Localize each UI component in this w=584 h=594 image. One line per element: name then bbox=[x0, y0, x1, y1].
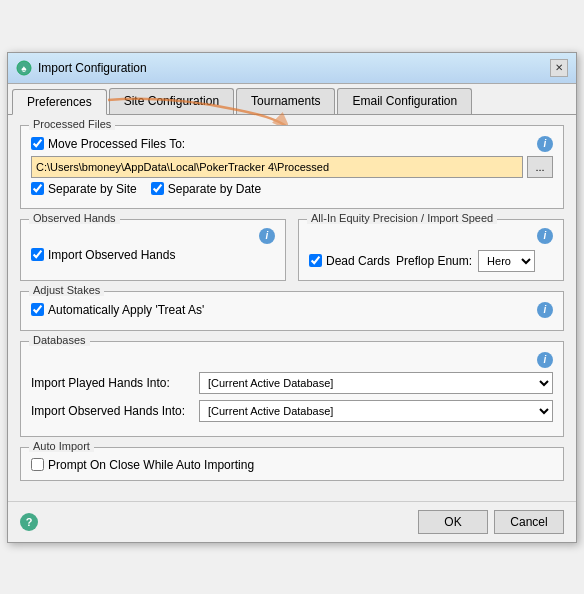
adjust-stakes-group: Adjust Stakes Automatically Apply 'Treat… bbox=[20, 291, 564, 331]
dialog: ♠ Import Configuration ✕ Preferences Sit… bbox=[7, 52, 577, 543]
two-col-section: Observed Hands i Import Observed Hands A… bbox=[20, 219, 564, 281]
path-row: ... bbox=[31, 156, 553, 178]
tab-tournaments[interactable]: Tournaments bbox=[236, 88, 335, 114]
auto-import-content: Prompt On Close While Auto Importing bbox=[31, 458, 553, 472]
auto-import-title: Auto Import bbox=[29, 440, 94, 452]
observed-hands-db-label: Import Observed Hands Into: bbox=[31, 404, 191, 418]
tab-preferences[interactable]: Preferences bbox=[12, 89, 107, 115]
cancel-button[interactable]: Cancel bbox=[494, 510, 564, 534]
import-observed-label[interactable]: Import Observed Hands bbox=[31, 248, 275, 262]
app-icon: ♠ bbox=[16, 60, 32, 76]
dialog-title: Import Configuration bbox=[38, 61, 147, 75]
played-hands-row: Import Played Hands Into: [Current Activ… bbox=[31, 372, 553, 394]
observed-hands-title: Observed Hands bbox=[29, 212, 120, 224]
observed-hands-group: Observed Hands i Import Observed Hands bbox=[20, 219, 286, 281]
ok-button[interactable]: OK bbox=[418, 510, 488, 534]
databases-title: Databases bbox=[29, 334, 90, 346]
close-button[interactable]: ✕ bbox=[550, 59, 568, 77]
adjust-stakes-content: Automatically Apply 'Treat As' i bbox=[31, 302, 553, 318]
browse-button[interactable]: ... bbox=[527, 156, 553, 178]
separate-by-site-checkbox[interactable] bbox=[31, 182, 44, 195]
import-observed-checkbox[interactable] bbox=[31, 248, 44, 261]
databases-info-icon[interactable]: i bbox=[537, 352, 553, 368]
dead-cards-text: Dead Cards bbox=[326, 254, 390, 268]
equity-info-icon[interactable]: i bbox=[537, 228, 553, 244]
prompt-label[interactable]: Prompt On Close While Auto Importing bbox=[31, 458, 553, 472]
separate-by-site-label[interactable]: Separate by Site bbox=[31, 182, 137, 196]
preflop-enum-select[interactable]: Hero All None bbox=[478, 250, 535, 272]
tab-email-configuration[interactable]: Email Configuration bbox=[337, 88, 472, 114]
processed-files-info-icon[interactable]: i bbox=[537, 136, 553, 152]
processed-files-group: Processed Files Move Processed Files To:… bbox=[20, 125, 564, 209]
dead-cards-label[interactable]: Dead Cards bbox=[309, 254, 390, 268]
observed-header: i bbox=[31, 228, 275, 244]
preflop-enum-label: Preflop Enum: bbox=[396, 254, 472, 268]
equity-header: i bbox=[309, 228, 553, 244]
tab-content: Processed Files Move Processed Files To:… bbox=[8, 115, 576, 501]
title-bar-left: ♠ Import Configuration bbox=[16, 60, 147, 76]
equity-group: All-In Equity Precision / Import Speed i… bbox=[298, 219, 564, 281]
separate-by-site-text: Separate by Site bbox=[48, 182, 137, 196]
auto-import-group: Auto Import Prompt On Close While Auto I… bbox=[20, 447, 564, 481]
tabs-container: Preferences Site Configuration Tournamen… bbox=[8, 84, 576, 115]
help-icon[interactable]: ? bbox=[20, 513, 38, 531]
adjust-stakes-title: Adjust Stakes bbox=[29, 284, 104, 296]
title-bar: ♠ Import Configuration ✕ bbox=[8, 53, 576, 84]
auto-apply-label[interactable]: Automatically Apply 'Treat As' bbox=[31, 303, 204, 317]
processed-files-content: Move Processed Files To: i ... Separate … bbox=[31, 136, 553, 196]
played-hands-select[interactable]: [Current Active Database] bbox=[199, 372, 553, 394]
observed-hands-info-icon[interactable]: i bbox=[259, 228, 275, 244]
adjust-stakes-info-icon[interactable]: i bbox=[537, 302, 553, 318]
observed-hands-row: Import Observed Hands Into: [Current Act… bbox=[31, 400, 553, 422]
move-files-label: Move Processed Files To: bbox=[48, 137, 185, 151]
adjust-stakes-header: Automatically Apply 'Treat As' i bbox=[31, 302, 553, 318]
databases-content: i Import Played Hands Into: [Current Act… bbox=[31, 352, 553, 422]
auto-apply-text: Automatically Apply 'Treat As' bbox=[48, 303, 204, 317]
prompt-text: Prompt On Close While Auto Importing bbox=[48, 458, 254, 472]
svg-text:♠: ♠ bbox=[21, 63, 27, 74]
dead-cards-checkbox[interactable] bbox=[309, 254, 322, 267]
import-observed-text: Import Observed Hands bbox=[48, 248, 175, 262]
equity-title: All-In Equity Precision / Import Speed bbox=[307, 212, 497, 224]
processed-files-title: Processed Files bbox=[29, 118, 115, 130]
move-files-checkbox-label[interactable]: Move Processed Files To: bbox=[31, 137, 185, 151]
databases-group: Databases i Import Played Hands Into: [C… bbox=[20, 341, 564, 437]
played-hands-label: Import Played Hands Into: bbox=[31, 376, 191, 390]
processed-files-header-row: Move Processed Files To: i bbox=[31, 136, 553, 152]
separate-by-date-label[interactable]: Separate by Date bbox=[151, 182, 261, 196]
observed-hands-select[interactable]: [Current Active Database] bbox=[199, 400, 553, 422]
dialog-buttons: OK Cancel bbox=[418, 510, 564, 534]
auto-apply-checkbox[interactable] bbox=[31, 303, 44, 316]
dead-cards-row: Dead Cards Preflop Enum: Hero All None bbox=[309, 250, 553, 272]
separate-row: Separate by Site Separate by Date bbox=[31, 182, 553, 196]
separate-by-date-checkbox[interactable] bbox=[151, 182, 164, 195]
separate-by-date-text: Separate by Date bbox=[168, 182, 261, 196]
tab-site-configuration[interactable]: Site Configuration bbox=[109, 88, 234, 114]
path-input[interactable] bbox=[31, 156, 523, 178]
bottom-bar: ? OK Cancel bbox=[8, 501, 576, 542]
databases-header: i bbox=[31, 352, 553, 368]
prompt-checkbox[interactable] bbox=[31, 458, 44, 471]
move-files-checkbox[interactable] bbox=[31, 137, 44, 150]
